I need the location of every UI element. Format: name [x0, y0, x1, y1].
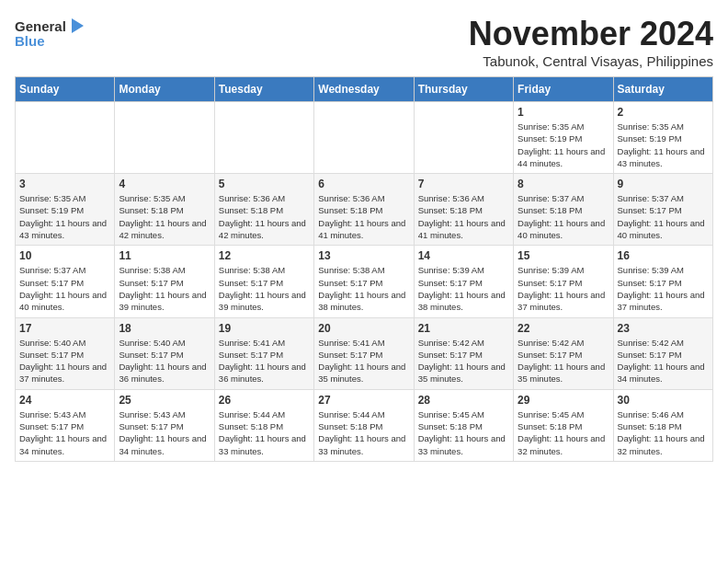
calendar-table: SundayMondayTuesdayWednesdayThursdayFrid…: [15, 76, 713, 462]
day-info: Sunrise: 5:44 AM Sunset: 5:18 PM Dayligh…: [318, 408, 409, 457]
calendar-cell: 16Sunrise: 5:39 AM Sunset: 5:17 PM Dayli…: [613, 246, 712, 317]
month-year-title: November 2024: [469, 15, 713, 53]
calendar-cell: 3Sunrise: 5:35 AM Sunset: 5:19 PM Daylig…: [16, 174, 115, 246]
day-number: 21: [418, 322, 509, 335]
calendar-cell: 9Sunrise: 5:37 AM Sunset: 5:17 PM Daylig…: [613, 174, 712, 246]
day-info: Sunrise: 5:39 AM Sunset: 5:17 PM Dayligh…: [418, 264, 509, 313]
day-info: Sunrise: 5:38 AM Sunset: 5:17 PM Dayligh…: [219, 264, 310, 313]
day-info: Sunrise: 5:39 AM Sunset: 5:17 PM Dayligh…: [618, 264, 709, 313]
day-info: Sunrise: 5:42 AM Sunset: 5:17 PM Dayligh…: [518, 337, 609, 385]
day-info: Sunrise: 5:35 AM Sunset: 5:19 PM Dayligh…: [618, 121, 709, 169]
day-info: Sunrise: 5:43 AM Sunset: 5:17 PM Dayligh…: [19, 408, 110, 457]
day-number: 13: [318, 249, 409, 262]
day-number: 25: [119, 394, 210, 407]
logo-svg: GeneralBlue: [15, 15, 88, 55]
day-info: Sunrise: 5:42 AM Sunset: 5:17 PM Dayligh…: [418, 337, 509, 385]
day-number: 17: [19, 322, 110, 335]
page-header: GeneralBlue November 2024 Tabunok, Centr…: [15, 15, 713, 69]
day-number: 15: [518, 249, 609, 262]
calendar-week-2: 3Sunrise: 5:35 AM Sunset: 5:19 PM Daylig…: [16, 174, 713, 246]
day-info: Sunrise: 5:35 AM Sunset: 5:18 PM Dayligh…: [119, 192, 210, 241]
day-info: Sunrise: 5:36 AM Sunset: 5:18 PM Dayligh…: [418, 192, 509, 241]
day-number: 16: [618, 249, 709, 262]
weekday-header-monday: Monday: [115, 77, 214, 102]
day-info: Sunrise: 5:38 AM Sunset: 5:17 PM Dayligh…: [318, 264, 409, 313]
day-number: 27: [318, 394, 409, 407]
calendar-cell: [314, 102, 414, 174]
calendar-cell: 2Sunrise: 5:35 AM Sunset: 5:19 PM Daylig…: [613, 102, 712, 174]
calendar-cell: 4Sunrise: 5:35 AM Sunset: 5:18 PM Daylig…: [115, 174, 214, 246]
calendar-cell: 26Sunrise: 5:44 AM Sunset: 5:18 PM Dayli…: [214, 389, 313, 461]
day-number: 10: [19, 249, 110, 262]
day-number: 14: [418, 249, 509, 262]
location-subtitle: Tabunok, Central Visayas, Philippines: [469, 53, 713, 69]
calendar-cell: 25Sunrise: 5:43 AM Sunset: 5:17 PM Dayli…: [115, 389, 214, 461]
calendar-cell: 14Sunrise: 5:39 AM Sunset: 5:17 PM Dayli…: [414, 246, 513, 317]
day-info: Sunrise: 5:42 AM Sunset: 5:17 PM Dayligh…: [618, 337, 709, 385]
title-block: November 2024 Tabunok, Central Visayas, …: [469, 15, 713, 69]
weekday-header-friday: Friday: [514, 77, 613, 102]
calendar-cell: 28Sunrise: 5:45 AM Sunset: 5:18 PM Dayli…: [414, 389, 513, 461]
day-info: Sunrise: 5:41 AM Sunset: 5:17 PM Dayligh…: [219, 337, 310, 385]
day-number: 23: [618, 322, 709, 335]
calendar-cell: 21Sunrise: 5:42 AM Sunset: 5:17 PM Dayli…: [414, 317, 513, 389]
weekday-header-wednesday: Wednesday: [314, 77, 414, 102]
calendar-cell: [214, 102, 313, 174]
day-info: Sunrise: 5:39 AM Sunset: 5:17 PM Dayligh…: [518, 264, 609, 313]
day-info: Sunrise: 5:38 AM Sunset: 5:17 PM Dayligh…: [119, 264, 210, 313]
day-info: Sunrise: 5:37 AM Sunset: 5:18 PM Dayligh…: [518, 192, 609, 241]
day-info: Sunrise: 5:36 AM Sunset: 5:18 PM Dayligh…: [318, 192, 409, 241]
calendar-week-3: 10Sunrise: 5:37 AM Sunset: 5:17 PM Dayli…: [16, 246, 713, 317]
day-number: 8: [518, 178, 609, 190]
calendar-cell: [16, 102, 115, 174]
calendar-cell: 15Sunrise: 5:39 AM Sunset: 5:17 PM Dayli…: [514, 246, 613, 317]
weekday-header-thursday: Thursday: [414, 77, 513, 102]
weekday-header-sunday: Sunday: [16, 77, 115, 102]
calendar-cell: 20Sunrise: 5:41 AM Sunset: 5:17 PM Dayli…: [314, 317, 414, 389]
calendar-week-4: 17Sunrise: 5:40 AM Sunset: 5:17 PM Dayli…: [16, 317, 713, 389]
day-number: 2: [618, 106, 709, 119]
calendar-week-5: 24Sunrise: 5:43 AM Sunset: 5:17 PM Dayli…: [16, 389, 713, 461]
day-info: Sunrise: 5:35 AM Sunset: 5:19 PM Dayligh…: [19, 192, 110, 241]
day-info: Sunrise: 5:44 AM Sunset: 5:18 PM Dayligh…: [219, 408, 310, 457]
calendar-cell: 10Sunrise: 5:37 AM Sunset: 5:17 PM Dayli…: [16, 246, 115, 317]
day-info: Sunrise: 5:40 AM Sunset: 5:17 PM Dayligh…: [19, 337, 110, 385]
day-number: 26: [219, 394, 310, 407]
weekday-header-saturday: Saturday: [613, 77, 712, 102]
day-number: 29: [518, 394, 609, 407]
weekday-header-tuesday: Tuesday: [214, 77, 313, 102]
day-info: Sunrise: 5:37 AM Sunset: 5:17 PM Dayligh…: [19, 264, 110, 313]
calendar-cell: [115, 102, 214, 174]
svg-marker-2: [72, 18, 84, 33]
day-number: 30: [618, 394, 709, 407]
calendar-cell: 8Sunrise: 5:37 AM Sunset: 5:18 PM Daylig…: [514, 174, 613, 246]
day-number: 11: [119, 249, 210, 262]
day-number: 9: [618, 178, 709, 190]
calendar-cell: 5Sunrise: 5:36 AM Sunset: 5:18 PM Daylig…: [214, 174, 313, 246]
day-number: 22: [518, 322, 609, 335]
day-number: 24: [19, 394, 110, 407]
day-info: Sunrise: 5:35 AM Sunset: 5:19 PM Dayligh…: [518, 121, 609, 169]
day-info: Sunrise: 5:37 AM Sunset: 5:17 PM Dayligh…: [618, 192, 709, 241]
day-number: 12: [219, 249, 310, 262]
day-number: 1: [518, 106, 609, 119]
day-number: 18: [119, 322, 210, 335]
calendar-cell: 19Sunrise: 5:41 AM Sunset: 5:17 PM Dayli…: [214, 317, 313, 389]
day-number: 4: [119, 178, 210, 190]
calendar-cell: 22Sunrise: 5:42 AM Sunset: 5:17 PM Dayli…: [514, 317, 613, 389]
day-number: 19: [219, 322, 310, 335]
day-info: Sunrise: 5:40 AM Sunset: 5:17 PM Dayligh…: [119, 337, 210, 385]
day-number: 3: [19, 178, 110, 190]
calendar-cell: 7Sunrise: 5:36 AM Sunset: 5:18 PM Daylig…: [414, 174, 513, 246]
calendar-cell: 18Sunrise: 5:40 AM Sunset: 5:17 PM Dayli…: [115, 317, 214, 389]
day-info: Sunrise: 5:46 AM Sunset: 5:18 PM Dayligh…: [618, 408, 709, 457]
svg-text:Blue: Blue: [15, 33, 45, 49]
calendar-cell: 1Sunrise: 5:35 AM Sunset: 5:19 PM Daylig…: [514, 102, 613, 174]
calendar-cell: 12Sunrise: 5:38 AM Sunset: 5:17 PM Dayli…: [214, 246, 313, 317]
svg-text:General: General: [15, 18, 66, 34]
day-number: 5: [219, 178, 310, 190]
calendar-cell: 23Sunrise: 5:42 AM Sunset: 5:17 PM Dayli…: [613, 317, 712, 389]
calendar-week-1: 1Sunrise: 5:35 AM Sunset: 5:19 PM Daylig…: [16, 102, 713, 174]
day-info: Sunrise: 5:36 AM Sunset: 5:18 PM Dayligh…: [219, 192, 310, 241]
day-number: 7: [418, 178, 509, 190]
